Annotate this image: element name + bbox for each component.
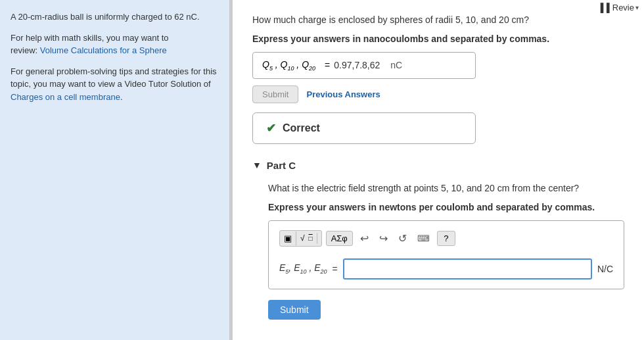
review-icon: ▐▐ [597, 3, 609, 12]
part-c-answer-box: ▣ √□ ΑΣφ ↩ ↪ ↺ ⌨ ? [268, 220, 624, 289]
undo-button[interactable]: ↩ [357, 231, 372, 246]
collapse-arrow-icon[interactable]: ▼ [252, 160, 262, 170]
review-bar[interactable]: ▐▐ Revie ▾ [592, 0, 644, 15]
part-c-question: What is the electric field strength at p… [252, 182, 624, 195]
keyboard-icon: ⌨ [417, 233, 430, 243]
reset-button[interactable]: ↺ [395, 231, 410, 246]
sidebar-problem-tips-prefix: For general problem-solving tips and str… [11, 66, 217, 89]
part-c-equals: = [333, 264, 338, 274]
part-b-instruction: Express your answers in nanocoulombs and… [252, 34, 624, 44]
part-c-label: Part C [267, 160, 296, 171]
part-b-equals: = [325, 60, 330, 70]
part-b-unit: nC [390, 60, 402, 70]
main-content: ▐▐ Revie ▾ How much charge is enclosed b… [233, 0, 644, 340]
part-b-submit-row: Submit Previous Answers [252, 85, 624, 103]
review-label: Revie [612, 3, 634, 12]
part-c-unit: N/C [597, 264, 613, 274]
part-b-formula: Q5 , Q10 , Q20 [262, 59, 315, 72]
sidebar-math-help: For help with math skills, you may want … [11, 32, 219, 57]
part-c-formula: E5, E10 , E20 [279, 262, 327, 275]
part-b-answer-box: Q5 , Q10 , Q20 = 0.97,7.8,62 nC [252, 52, 476, 79]
checkmark-icon: ✔ [266, 121, 276, 135]
part-c-header: ▼ Part C [252, 160, 624, 171]
sidebar-problem-tips: For general problem-solving tips and str… [11, 65, 219, 104]
correct-badge: ✔ Correct [252, 112, 476, 144]
part-c-instruction: Express your answers in newtons per coul… [252, 202, 624, 212]
content-area: How much charge is enclosed by spheres o… [233, 0, 644, 333]
part-b-value: 0.97,7.8,62 [334, 60, 380, 70]
submit-button[interactable]: Submit [252, 85, 298, 103]
part-c-toolbar: ▣ √□ ΑΣφ ↩ ↪ ↺ ⌨ ? [275, 228, 617, 249]
sidebar-intro: A 20-cm-radius ball is uniformly charged… [11, 11, 219, 24]
help-button[interactable]: ? [437, 231, 455, 246]
part-c-answer-input[interactable] [343, 258, 592, 279]
fraction-icon: ▣ [280, 231, 296, 245]
previous-answers-link[interactable]: Previous Answers [306, 89, 380, 99]
sidebar: A 20-cm-radius ball is uniformly charged… [0, 0, 230, 340]
sidebar-problem-tips-suffix: . [120, 92, 123, 102]
part-b-question: How much charge is enclosed by spheres o… [252, 13, 624, 27]
part-c-submit-button[interactable]: Submit [268, 300, 321, 320]
correct-label: Correct [283, 122, 320, 134]
symbols-button[interactable]: ΑΣφ [326, 231, 353, 246]
sidebar-math-help-link[interactable]: Volume Calculations for a Sphere [40, 45, 167, 55]
part-c-submit-row: Submit [268, 300, 624, 320]
keyboard-button[interactable]: ⌨ [414, 231, 433, 245]
part-c-input-row: E5, E10 , E20 = N/C [275, 256, 617, 282]
sidebar-problem-tips-link[interactable]: Charges on a cell membrane [11, 92, 120, 102]
fraction-sqrt-button[interactable]: ▣ √□ [279, 230, 322, 247]
redo-button[interactable]: ↪ [376, 231, 391, 246]
sqrt-icon: √□ [296, 231, 321, 246]
chevron-down-icon: ▾ [635, 4, 639, 11]
